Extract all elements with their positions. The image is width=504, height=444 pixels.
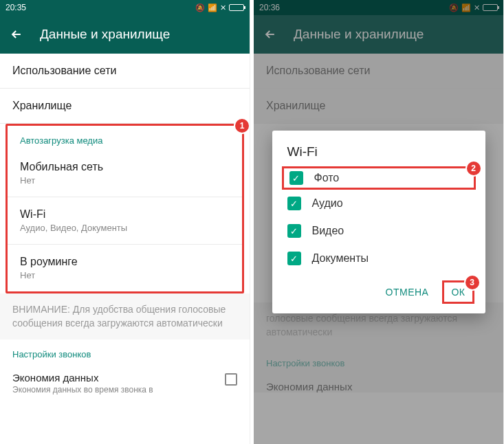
status-bar: 20:35 🔕 📶 ✕ — [0, 0, 250, 15]
wifi-dialog: Wi-Fi 2 ✓ Фото ✓ Аудио ✓ Видео ✓ Докумен… — [272, 131, 485, 313]
option-label: Фото — [314, 172, 340, 184]
dialog-overlay: Wi-Fi 2 ✓ Фото ✓ Аудио ✓ Видео ✓ Докумен… — [254, 0, 503, 444]
item-label: В роуминге — [20, 256, 230, 268]
option-label: Видео — [312, 225, 344, 237]
item-label: Использование сети — [12, 65, 237, 77]
savings-title: Экономия данных — [12, 372, 153, 384]
status-icons: 🔕 📶 ✕ — [195, 3, 244, 12]
titlebar: Данные и хранилище — [0, 15, 250, 54]
phone-left: 20:35 🔕 📶 ✕ Данные и хранилище Использов… — [0, 0, 250, 444]
option-audio[interactable]: ✓ Аудио — [272, 190, 485, 217]
item-wifi[interactable]: Wi-Fi Аудио, Видео, Документы — [8, 197, 242, 245]
item-roaming[interactable]: В роуминге Нет — [8, 245, 242, 291]
item-label: Хранилище — [12, 100, 237, 112]
option-label: Документы — [312, 252, 369, 265]
ok-button[interactable]: ОК — [451, 287, 465, 298]
item-sub: Нет — [20, 175, 230, 186]
item-label: Мобильная сеть — [20, 161, 230, 173]
status-time: 20:35 — [6, 3, 26, 12]
dialog-title: Wi-Fi — [272, 144, 485, 166]
battery-icon — [229, 4, 244, 11]
savings-sub: Экономия данных во время звонка в — [12, 385, 153, 395]
checkbox-photo[interactable]: ✓ — [289, 171, 303, 185]
item-sub: Аудио, Видео, Документы — [20, 223, 230, 233]
wifi-icon: 📶 — [208, 3, 217, 12]
item-storage[interactable]: Хранилище — [0, 89, 250, 124]
checkbox-savings[interactable] — [225, 373, 237, 386]
checkbox-documents[interactable]: ✓ — [287, 252, 301, 265]
option-label: Аудио — [312, 197, 343, 210]
phone-right: 20:36 🔕 📶 ✕ Данные и хранилище Использов… — [254, 0, 504, 444]
highlight-photo-option: 2 ✓ Фото — [282, 166, 476, 190]
mute-icon: 🔕 — [195, 3, 205, 12]
item-label: Wi-Fi — [20, 208, 230, 221]
highlight-media-autoload: 1 Автозагрузка медиа Мобильная сеть Нет … — [6, 124, 244, 293]
item-network-usage[interactable]: Использование сети — [0, 54, 250, 89]
item-mobile-network[interactable]: Мобильная сеть Нет — [8, 150, 242, 197]
x-icon: ✕ — [220, 3, 226, 12]
checkbox-video[interactable]: ✓ — [287, 224, 301, 238]
section-media-header: Автозагрузка медиа — [8, 126, 242, 150]
section-calls-header: Настройки звонков — [0, 340, 250, 364]
cancel-button[interactable]: ОТМЕНА — [377, 281, 437, 303]
back-icon[interactable] — [10, 27, 23, 41]
badge-3: 3 — [465, 276, 479, 289]
option-video[interactable]: ✓ Видео — [272, 217, 485, 245]
dialog-actions: ОТМЕНА 3 ОК — [272, 272, 485, 308]
highlight-ok-button: 3 ОК — [442, 280, 474, 304]
item-data-savings[interactable]: Экономия данных Экономия данных во время… — [0, 364, 250, 395]
item-sub: Нет — [20, 270, 230, 280]
badge-2: 2 — [467, 162, 481, 175]
checkbox-audio[interactable]: ✓ — [287, 197, 301, 210]
notice-text: ВНИМАНИЕ: Для удобства общения голосовые… — [0, 293, 250, 340]
page-title: Данные и хранилище — [40, 27, 170, 42]
badge-1: 1 — [235, 119, 249, 133]
option-documents[interactable]: ✓ Документы — [272, 245, 485, 272]
